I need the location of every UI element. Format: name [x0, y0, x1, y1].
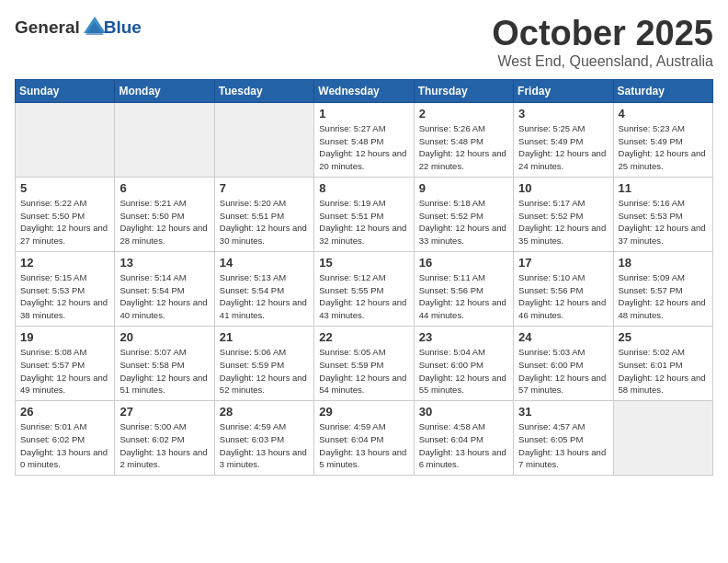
week-row: 1Sunrise: 5:27 AMSunset: 5:48 PMDaylight…: [16, 102, 713, 177]
day-cell: 7Sunrise: 5:20 AMSunset: 5:51 PMDaylight…: [214, 177, 313, 251]
day-info: Sunrise: 5:13 AMSunset: 5:54 PMDaylight:…: [220, 271, 309, 322]
day-cell: 30Sunrise: 4:58 AMSunset: 6:04 PMDayligh…: [414, 401, 513, 476]
day-cell: 31Sunrise: 4:57 AMSunset: 6:05 PMDayligh…: [514, 401, 613, 476]
day-number: 12: [20, 256, 109, 270]
week-row: 12Sunrise: 5:15 AMSunset: 5:53 PMDayligh…: [16, 251, 713, 326]
day-info: Sunrise: 5:25 AMSunset: 5:49 PMDaylight:…: [518, 122, 608, 173]
day-info: Sunrise: 5:22 AMSunset: 5:50 PMDaylight:…: [20, 197, 109, 247]
day-header-wednesday: Wednesday: [314, 79, 414, 102]
day-info: Sunrise: 5:08 AMSunset: 5:57 PMDaylight:…: [20, 346, 109, 396]
day-number: 20: [119, 330, 209, 344]
day-number: 24: [518, 330, 608, 344]
day-info: Sunrise: 4:57 AMSunset: 6:05 PMDaylight:…: [518, 420, 608, 471]
day-number: 31: [518, 405, 608, 419]
day-cell: 1Sunrise: 5:27 AMSunset: 5:48 PMDaylight…: [314, 102, 414, 177]
day-info: Sunrise: 5:18 AMSunset: 5:52 PMDaylight:…: [419, 197, 508, 247]
day-cell: 19Sunrise: 5:08 AMSunset: 5:57 PMDayligh…: [16, 326, 115, 400]
logo: General Blue: [15, 15, 142, 40]
day-number: 25: [619, 330, 708, 344]
week-row: 26Sunrise: 5:01 AMSunset: 6:02 PMDayligh…: [16, 401, 713, 476]
day-header-sunday: Sunday: [16, 79, 115, 102]
day-info: Sunrise: 5:26 AMSunset: 5:48 PMDaylight:…: [419, 122, 508, 173]
day-info: Sunrise: 5:14 AMSunset: 5:54 PMDaylight:…: [119, 271, 209, 322]
day-number: 28: [220, 405, 309, 419]
day-number: 9: [419, 181, 508, 195]
day-cell: 14Sunrise: 5:13 AMSunset: 5:54 PMDayligh…: [214, 251, 313, 326]
day-info: Sunrise: 5:21 AMSunset: 5:50 PMDaylight:…: [119, 197, 209, 247]
header: General Blue October 2025 West End, Quee…: [15, 15, 713, 70]
day-number: 18: [619, 256, 708, 270]
day-number: 5: [20, 181, 109, 195]
day-cell: 12Sunrise: 5:15 AMSunset: 5:53 PMDayligh…: [16, 251, 115, 326]
day-info: Sunrise: 5:17 AMSunset: 5:52 PMDaylight:…: [518, 197, 608, 247]
day-cell: 8Sunrise: 5:19 AMSunset: 5:51 PMDaylight…: [314, 177, 414, 251]
day-cell: 16Sunrise: 5:11 AMSunset: 5:56 PMDayligh…: [414, 251, 513, 326]
day-info: Sunrise: 5:19 AMSunset: 5:51 PMDaylight:…: [319, 197, 408, 247]
day-info: Sunrise: 4:59 AMSunset: 6:03 PMDaylight:…: [220, 420, 309, 471]
day-number: 8: [319, 181, 408, 195]
day-number: 4: [619, 107, 708, 121]
day-number: 23: [419, 330, 508, 344]
day-cell: 3Sunrise: 5:25 AMSunset: 5:49 PMDaylight…: [514, 102, 613, 177]
day-number: 13: [119, 256, 209, 270]
day-info: Sunrise: 5:09 AMSunset: 5:57 PMDaylight:…: [619, 271, 708, 322]
day-cell: 11Sunrise: 5:16 AMSunset: 5:53 PMDayligh…: [613, 177, 712, 251]
day-cell: 2Sunrise: 5:26 AMSunset: 5:48 PMDaylight…: [414, 102, 513, 177]
day-number: 30: [419, 405, 508, 419]
day-number: 14: [220, 256, 309, 270]
day-number: 2: [419, 107, 508, 121]
day-info: Sunrise: 4:58 AMSunset: 6:04 PMDaylight:…: [419, 420, 508, 471]
day-info: Sunrise: 5:07 AMSunset: 5:58 PMDaylight:…: [119, 346, 209, 396]
day-number: 26: [20, 405, 109, 419]
day-header-monday: Monday: [115, 79, 214, 102]
day-number: 27: [119, 405, 209, 419]
title-block: October 2025 West End, Queensland, Austr…: [492, 15, 713, 70]
day-number: 11: [619, 181, 708, 195]
day-info: Sunrise: 5:16 AMSunset: 5:53 PMDaylight:…: [619, 197, 708, 247]
day-cell: 4Sunrise: 5:23 AMSunset: 5:49 PMDaylight…: [613, 102, 712, 177]
day-info: Sunrise: 4:59 AMSunset: 6:04 PMDaylight:…: [319, 420, 408, 471]
day-number: 16: [419, 256, 508, 270]
day-number: 7: [220, 181, 309, 195]
empty-cell: [214, 102, 313, 177]
day-cell: 28Sunrise: 4:59 AMSunset: 6:03 PMDayligh…: [214, 401, 313, 476]
day-info: Sunrise: 5:11 AMSunset: 5:56 PMDaylight:…: [419, 271, 508, 322]
day-info: Sunrise: 5:20 AMSunset: 5:51 PMDaylight:…: [220, 197, 309, 247]
logo-blue: Blue: [104, 17, 142, 38]
day-number: 29: [319, 405, 408, 419]
day-number: 15: [319, 256, 408, 270]
day-info: Sunrise: 5:27 AMSunset: 5:48 PMDaylight:…: [319, 122, 408, 173]
day-cell: 15Sunrise: 5:12 AMSunset: 5:55 PMDayligh…: [314, 251, 414, 326]
location-subtitle: West End, Queensland, Australia: [492, 53, 713, 70]
logo-general: General: [15, 17, 80, 38]
day-info: Sunrise: 5:03 AMSunset: 6:00 PMDaylight:…: [518, 346, 608, 396]
day-number: 3: [518, 107, 608, 121]
day-info: Sunrise: 5:02 AMSunset: 6:01 PMDaylight:…: [619, 346, 708, 396]
calendar-header-row: SundayMondayTuesdayWednesdayThursdayFrid…: [16, 79, 713, 102]
day-info: Sunrise: 5:06 AMSunset: 5:59 PMDaylight:…: [220, 346, 309, 396]
day-cell: 25Sunrise: 5:02 AMSunset: 6:01 PMDayligh…: [613, 326, 712, 400]
day-info: Sunrise: 5:12 AMSunset: 5:55 PMDaylight:…: [319, 271, 408, 322]
month-title: October 2025: [492, 15, 713, 53]
day-cell: 13Sunrise: 5:14 AMSunset: 5:54 PMDayligh…: [115, 251, 214, 326]
week-row: 19Sunrise: 5:08 AMSunset: 5:57 PMDayligh…: [16, 326, 713, 400]
day-number: 21: [220, 330, 309, 344]
day-cell: 10Sunrise: 5:17 AMSunset: 5:52 PMDayligh…: [514, 177, 613, 251]
calendar-table: SundayMondayTuesdayWednesdayThursdayFrid…: [15, 79, 713, 476]
day-cell: 9Sunrise: 5:18 AMSunset: 5:52 PMDaylight…: [414, 177, 513, 251]
day-header-tuesday: Tuesday: [214, 79, 313, 102]
empty-cell: [115, 102, 214, 177]
day-info: Sunrise: 5:00 AMSunset: 6:02 PMDaylight:…: [119, 420, 209, 471]
day-info: Sunrise: 5:01 AMSunset: 6:02 PMDaylight:…: [20, 420, 109, 471]
day-number: 17: [518, 256, 608, 270]
day-info: Sunrise: 5:04 AMSunset: 6:00 PMDaylight:…: [419, 346, 508, 396]
day-number: 1: [319, 107, 408, 121]
day-cell: 17Sunrise: 5:10 AMSunset: 5:56 PMDayligh…: [514, 251, 613, 326]
day-cell: 20Sunrise: 5:07 AMSunset: 5:58 PMDayligh…: [115, 326, 214, 400]
day-number: 22: [319, 330, 408, 344]
day-number: 19: [20, 330, 109, 344]
day-cell: 27Sunrise: 5:00 AMSunset: 6:02 PMDayligh…: [115, 401, 214, 476]
day-info: Sunrise: 5:10 AMSunset: 5:56 PMDaylight:…: [518, 271, 608, 322]
day-cell: 21Sunrise: 5:06 AMSunset: 5:59 PMDayligh…: [214, 326, 313, 400]
day-number: 6: [119, 181, 209, 195]
